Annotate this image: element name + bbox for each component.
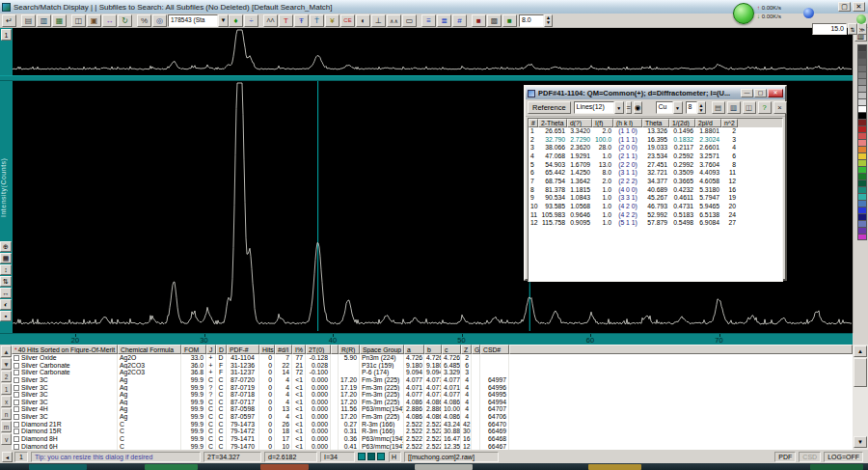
net-speed-ball[interactable] xyxy=(733,3,754,24)
phase-checkbox[interactable] xyxy=(14,392,19,398)
phase-checkbox[interactable] xyxy=(14,355,19,361)
baseline-icon[interactable]: ⊥ xyxy=(371,14,386,27)
table-row[interactable]: Diamond 6HC99.9CC79-1470010<10.0000.41P6… xyxy=(12,443,853,450)
gutter-tool-5[interactable]: n xyxy=(1,408,12,420)
palette-color-1[interactable] xyxy=(857,51,867,58)
copy-icon[interactable]: ◫ xyxy=(71,14,86,27)
phase-checkbox[interactable] xyxy=(14,414,19,420)
hits-col-header[interactable]: G xyxy=(472,345,480,354)
red-card-icon[interactable]: ■ xyxy=(472,14,486,27)
dialog-table-row[interactable]: 990.5341.08431.0(3 3 1)45.2670.46115.794… xyxy=(529,194,782,203)
palette-color-9[interactable] xyxy=(857,105,867,112)
gutter-tool-7[interactable]: v xyxy=(1,433,12,445)
palette-color-24[interactable] xyxy=(857,207,867,213)
palette-color-2[interactable] xyxy=(857,58,867,65)
dialog-table-row[interactable]: 1093.5851.05681.0(4 2 0)46.7930.47315.94… xyxy=(529,203,782,211)
dialog-close-lines-icon[interactable]: × xyxy=(773,101,787,114)
zoom-icon[interactable]: ⊕ xyxy=(0,241,12,252)
gutter-tool-2[interactable]: 2 xyxy=(1,371,12,382)
dialog-table-row[interactable]: 881.3781.18151.0(4 0 0)40.6890.42325.318… xyxy=(529,186,782,195)
status-nav-button[interactable]: ◂ xyxy=(2,452,13,462)
dialog-table-row[interactable]: 665.4421.42508.0(3 1 1)32.7210.35094.409… xyxy=(529,169,782,178)
overview-chart[interactable] xyxy=(13,28,853,75)
phase-checkbox[interactable] xyxy=(14,370,19,375)
hits-col-header[interactable]: c xyxy=(442,345,461,354)
palette-color-25[interactable] xyxy=(857,213,867,220)
dialog-table-row[interactable]: 338.0662.362028.0(2 0 0)19.0330.21172.66… xyxy=(529,144,782,152)
table-row[interactable]: Silver 3CAg99.9?C87-071804<10.00017.20Fm… xyxy=(12,391,853,399)
image-icon[interactable]: ▣ xyxy=(87,14,101,27)
table-row[interactable]: Silver CarbonateAg2CO336.0+F31-123602221… xyxy=(12,362,853,370)
save-display-icon[interactable]: ▥ xyxy=(37,14,51,27)
palette-color-10[interactable] xyxy=(857,112,867,119)
phase-checkbox[interactable] xyxy=(14,429,19,434)
table-row[interactable]: Silver 4HAg99.9CC87-0598013<10.00011.56P… xyxy=(12,405,853,413)
dialog-spinner-arrows[interactable]: ▲▼ xyxy=(697,101,706,114)
dialog-spinner[interactable]: 8 ▲▼ xyxy=(686,101,706,114)
palette-color-8[interactable] xyxy=(857,98,867,105)
palette-color-7[interactable] xyxy=(857,92,867,98)
phase-checkbox[interactable] xyxy=(14,422,19,428)
theta-cal-icon[interactable]: Ť xyxy=(310,14,324,27)
palette-color-13[interactable] xyxy=(857,132,867,139)
hits-col-header[interactable]: Z xyxy=(461,345,472,354)
hits-col-header[interactable]: FOM xyxy=(181,345,206,354)
palette-color-27[interactable] xyxy=(857,227,867,234)
hits-col-header[interactable]: J xyxy=(206,345,216,354)
scroll-down-icon[interactable]: ▼ xyxy=(854,436,867,448)
dialog-table-row[interactable]: 12115.7580.90951.0(5 1 1)57.8790.54986.9… xyxy=(529,219,782,228)
fwhm-value-box[interactable]: 15.0 xyxy=(812,23,847,35)
overview-updown-icon[interactable]: ⇅ xyxy=(848,23,857,35)
overlay-icon[interactable]: ♦ xyxy=(229,14,243,27)
dialog-help-icon[interactable]: ? xyxy=(758,101,772,114)
gutter-tool-4[interactable]: x xyxy=(1,396,12,407)
reference-button[interactable]: Reference xyxy=(528,101,571,114)
move-axes-icon[interactable]: ↔ xyxy=(102,14,117,27)
palette-color-14[interactable] xyxy=(857,139,867,146)
dialog-copy-icon[interactable]: ◫ xyxy=(743,101,756,114)
palette-color-4[interactable] xyxy=(857,71,867,78)
palette-color-5[interactable] xyxy=(857,78,867,85)
close-button[interactable]: ✕ xyxy=(853,2,865,12)
dialog-minimize-button[interactable]: — xyxy=(741,89,753,97)
palette-color-16[interactable] xyxy=(857,152,867,159)
hits-col-header[interactable]: R(R) xyxy=(339,345,360,354)
list2-icon[interactable]: ≣ xyxy=(437,14,451,27)
print-icon[interactable]: ▤ xyxy=(21,14,36,27)
phase-checkbox[interactable] xyxy=(14,363,19,369)
ce-icon[interactable]: CE xyxy=(340,14,355,27)
equals-button[interactable]: = xyxy=(626,101,632,114)
palette-color-15[interactable] xyxy=(857,146,867,152)
dialog-print-icon[interactable]: ▤ xyxy=(712,101,725,114)
h-scale-icon[interactable]: ↔ xyxy=(0,288,12,298)
hits-col-header[interactable]: PDF-# xyxy=(227,345,259,354)
hash-icon[interactable]: # xyxy=(452,14,467,27)
dialog-table-row[interactable]: 11105.9830.96461.0(4 2 2)52.9920.51836.5… xyxy=(529,211,782,220)
dialog-table-row[interactable]: 126.6513.34202.0(1 1 0)13.3260.14961.880… xyxy=(529,127,782,136)
table-row[interactable]: Silver 3CAg99.9?C87-071904<10.00017.19Fm… xyxy=(12,384,853,392)
dialog-close-button[interactable]: ✕ xyxy=(768,89,783,97)
table-row[interactable]: Silver 3CAg99.9CC87-071704<10.00017.20Fm… xyxy=(12,399,853,406)
dialog-table-row[interactable]: 554.9031.670913.0(2 2 0)27.4510.29923.76… xyxy=(529,161,782,170)
palette-color-12[interactable] xyxy=(857,125,867,132)
table-row[interactable]: Silver CarbonateAg2CO336.8+F31-123701472… xyxy=(12,369,853,376)
phase-checkbox[interactable] xyxy=(14,436,19,442)
theta-shift-icon[interactable]: Ŧ xyxy=(294,14,309,27)
dialog-save-icon[interactable]: ▥ xyxy=(727,101,741,114)
gutter-tool-3[interactable]: 1 xyxy=(1,383,12,395)
palette-color-19[interactable] xyxy=(857,173,867,180)
dialog-table[interactable]: #2-Thetad(?)I(f)(h k l)Theta1/(2d)2pi/dn… xyxy=(528,118,783,282)
phase-checkbox[interactable] xyxy=(14,406,19,412)
palette-color-22[interactable] xyxy=(857,193,867,200)
chart-icon[interactable]: ▦ xyxy=(52,14,67,27)
palette-color-0[interactable] xyxy=(857,44,867,51)
v-scale-icon[interactable]: ↕ xyxy=(0,264,12,275)
scroll-up-icon[interactable]: ▲ xyxy=(854,346,867,357)
dialog-table-row[interactable]: 232.7902.7290100.0(1 1 1)16.3950.18322.3… xyxy=(529,136,782,145)
dialog-title-bar[interactable]: PDF#41-1104: QM=Common(+); d=Diffractome… xyxy=(526,87,785,99)
hits-col-header[interactable]: D xyxy=(216,345,227,354)
hits-col-header[interactable]: Space Group xyxy=(360,345,404,354)
hatch-icon[interactable]: ▩ xyxy=(487,14,502,27)
table-row[interactable]: Diamond 21RC99.9CC79-1473026<10.0000.27R… xyxy=(12,421,853,429)
peaks-icon[interactable]: ΛΛ xyxy=(263,14,278,27)
